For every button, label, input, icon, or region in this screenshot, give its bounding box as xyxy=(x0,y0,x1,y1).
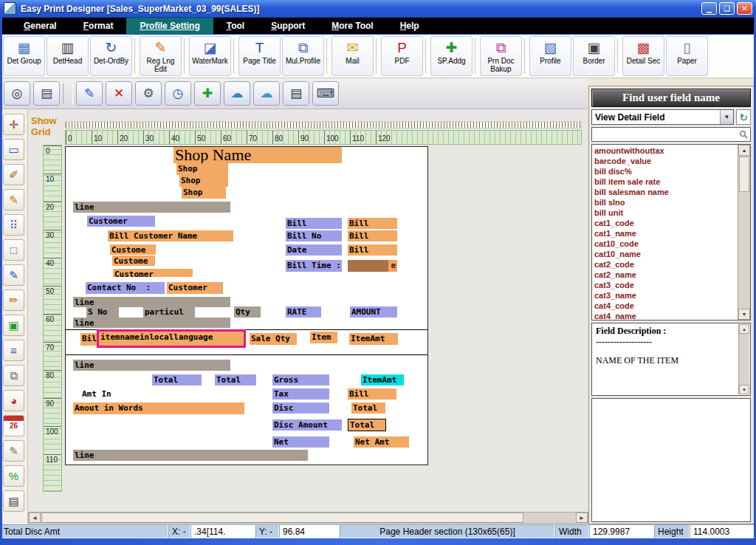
secondary-toolbar-button[interactable]: ▤ xyxy=(283,81,309,106)
design-field[interactable]: Disc Amount xyxy=(272,419,342,431)
menu-item[interactable]: Support xyxy=(258,18,318,34)
design-field[interactable]: Disc xyxy=(272,402,329,414)
scroll-down-icon[interactable]: ▼ xyxy=(738,309,750,320)
field-list-item[interactable]: bill unit xyxy=(592,208,738,218)
field-list-item[interactable]: bill item sale rate xyxy=(592,176,738,187)
design-field[interactable]: Bill xyxy=(348,230,397,241)
field-list-item[interactable]: amountwithouttax xyxy=(592,145,738,156)
toolbar-button[interactable]: ⧉ Prn Doc Bakup xyxy=(480,36,522,76)
design-field[interactable]: Item xyxy=(310,332,337,343)
design-field[interactable]: Bill Customer Name xyxy=(108,230,233,241)
scrollbar-thumb[interactable] xyxy=(739,157,749,192)
field-list-item[interactable]: cat3_name xyxy=(592,290,738,301)
design-field[interactable]: Bill xyxy=(286,218,342,229)
design-field[interactable]: S No xyxy=(86,306,119,318)
chevron-down-icon[interactable]: ▼ xyxy=(720,110,733,124)
minimize-icon[interactable]: ▁ xyxy=(701,2,717,15)
secondary-toolbar-button[interactable]: ⚙ xyxy=(135,81,162,106)
design-field[interactable]: Total xyxy=(215,374,256,385)
field-list-item[interactable]: cat1_code xyxy=(592,218,738,228)
field-list-scrollbar[interactable]: ▲ ▼ xyxy=(738,145,750,320)
menu-item[interactable]: Format xyxy=(70,18,127,34)
design-field[interactable]: Net Amt xyxy=(354,436,409,448)
refresh-button[interactable]: ↻ xyxy=(736,109,751,125)
toolbar-button[interactable] xyxy=(617,38,620,74)
toolbox-button[interactable]: ✐ xyxy=(3,164,24,185)
design-field[interactable]: Shop Name xyxy=(173,147,342,163)
secondary-toolbar-button[interactable]: ✎ xyxy=(76,81,103,106)
toolbar-button[interactable]: ▣ Border xyxy=(573,36,615,76)
toolbar-button[interactable] xyxy=(184,38,187,74)
design-field[interactable] xyxy=(66,354,427,355)
toolbar-button[interactable]: P PDF xyxy=(381,36,423,76)
design-field[interactable]: Total xyxy=(348,419,386,431)
search-icon[interactable] xyxy=(737,130,750,139)
field-list-item[interactable]: barcode_value xyxy=(592,156,738,166)
toolbar-button[interactable] xyxy=(376,38,379,74)
toolbox-button[interactable]: ≡ xyxy=(3,340,24,361)
toolbox-button[interactable]: ◕ xyxy=(3,390,24,411)
field-list-item[interactable]: cat2_name xyxy=(592,270,738,280)
design-field[interactable] xyxy=(66,329,427,330)
close-icon[interactable]: ✕ xyxy=(737,2,752,15)
description-scrollbar[interactable]: ▲ ▼ xyxy=(738,324,749,394)
design-field[interactable]: Net xyxy=(272,436,329,448)
design-field[interactable]: Shop xyxy=(179,175,228,187)
toolbar-button[interactable] xyxy=(134,38,137,74)
search-input[interactable] xyxy=(592,128,737,141)
design-field[interactable]: line xyxy=(73,202,230,213)
scrollbar-thumb[interactable] xyxy=(41,513,523,523)
field-list-item[interactable]: cat1_name xyxy=(592,228,738,239)
secondary-toolbar-button[interactable]: ◷ xyxy=(165,81,191,106)
field-list-item[interactable]: cat2_code xyxy=(592,259,738,270)
menu-item[interactable]: Help xyxy=(387,18,433,34)
design-field[interactable]: Customer xyxy=(113,269,193,277)
toolbar-button[interactable]: ◪ WaterMark xyxy=(189,36,231,76)
toolbar-button[interactable]: ▦ Det Group xyxy=(3,36,45,76)
toolbox-button[interactable]: ✛ xyxy=(3,114,24,135)
scroll-up-icon[interactable]: ▲ xyxy=(739,324,749,334)
toolbox-button[interactable]: ✎ xyxy=(3,264,24,286)
design-field[interactable]: Amout in Words xyxy=(73,402,244,414)
field-list-item[interactable]: bill salesman name xyxy=(592,187,738,197)
secondary-toolbar-button[interactable]: ✕ xyxy=(106,81,132,106)
field-list-item[interactable]: bill disc% xyxy=(592,166,738,176)
secondary-toolbar-button[interactable]: ☁ xyxy=(253,81,280,106)
design-field[interactable]: itemnameinlocallanguage xyxy=(99,332,244,346)
secondary-toolbar-button[interactable]: ◎ xyxy=(4,81,30,106)
design-field[interactable]: ItemAmt xyxy=(349,333,398,345)
design-field[interactable]: Total xyxy=(351,402,385,414)
design-field[interactable]: Customer xyxy=(167,282,223,294)
scrollbar-track[interactable] xyxy=(524,513,576,523)
design-field[interactable]: ItemAmt xyxy=(361,374,404,385)
toolbox-button[interactable]: ✏ xyxy=(3,289,24,311)
toolbar-button[interactable]: ✎ Reg Lng Edit xyxy=(140,36,182,76)
show-grid-label[interactable]: Show Grid xyxy=(31,115,65,137)
field-list-item[interactable]: cat10_name xyxy=(592,249,738,259)
design-field[interactable]: AMOUNT xyxy=(350,306,397,318)
design-field[interactable]: Gross xyxy=(272,374,329,385)
design-field[interactable]: Total xyxy=(152,374,202,385)
design-field[interactable]: Shop xyxy=(182,187,226,199)
toolbox-button[interactable]: □ xyxy=(3,239,24,261)
design-field[interactable]: Sale Qty xyxy=(250,333,297,345)
design-field[interactable]: line xyxy=(73,450,308,461)
field-list-item[interactable]: cat4_code xyxy=(592,301,738,311)
toolbox-button[interactable]: 26 xyxy=(3,415,24,436)
design-field[interactable]: Bill No xyxy=(286,230,342,241)
toolbar-button[interactable]: ▥ DetHead xyxy=(47,36,89,76)
menu-item[interactable]: Tool xyxy=(213,18,258,34)
design-field[interactable]: Bill xyxy=(348,388,396,400)
design-field[interactable]: Contact No : xyxy=(86,282,165,294)
toolbar-button[interactable]: ⧉ Mul.Profile xyxy=(282,36,324,76)
design-field[interactable]: Bill xyxy=(348,218,397,229)
toolbox-button[interactable]: ▣ xyxy=(3,315,24,336)
toolbar-button[interactable]: ✉ Mail xyxy=(331,36,374,76)
design-field[interactable]: Qty xyxy=(234,306,261,318)
design-field[interactable]: Customer xyxy=(87,216,155,227)
design-field[interactable]: line xyxy=(73,297,230,307)
menu-item[interactable]: More Tool xyxy=(318,18,386,34)
toolbox-button[interactable]: ⧉ xyxy=(3,365,24,386)
design-field[interactable]: Shop xyxy=(176,163,228,175)
design-field[interactable]: line xyxy=(73,360,230,371)
